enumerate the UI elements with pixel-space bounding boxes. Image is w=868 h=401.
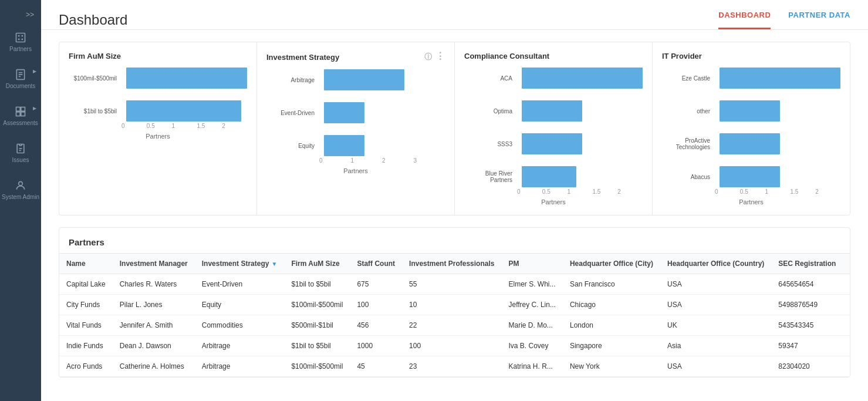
bar-track	[324, 135, 445, 156]
col-header-firm-aum-size: Firm AuM Size	[284, 254, 350, 274]
grid-icon	[15, 106, 26, 117]
table-wrapper: NameInvestment ManagerInvestment Strateg…	[59, 253, 850, 377]
col-header-pm: PM	[501, 254, 562, 274]
partners-section-title: Partners	[59, 228, 850, 253]
bar-fill	[522, 166, 576, 187]
header-tabs: DASHBOARD PARTNER DATA	[718, 11, 850, 29]
sidebar-item-assessments[interactable]: Assessments ▶	[0, 97, 41, 134]
cell-investment-professionals: 100	[402, 336, 501, 356]
bar-fill	[720, 68, 840, 89]
cell-sec-registration: 543543345	[771, 315, 843, 336]
chart-axis: 00.511.52	[464, 188, 643, 197]
bar-label: ACA	[464, 75, 517, 82]
more-icon[interactable]: ⋮	[435, 52, 445, 62]
axis-tick: 0	[517, 188, 542, 195]
bar-fill	[324, 69, 404, 90]
content-area: Firm AuM Size$100mil-$500mil$1bil to $5b…	[41, 30, 868, 401]
bar-label: Eze Castle	[662, 75, 715, 82]
axis-tick: 1	[172, 123, 197, 129]
chevron-right-icon-2: ▶	[33, 106, 36, 111]
bar-track	[720, 68, 840, 89]
bar-row: $1bil to $5bil	[121, 100, 247, 122]
col-header-sec-registration: SEC Registration	[771, 254, 843, 274]
partners-table: NameInvestment ManagerInvestment Strateg…	[59, 253, 850, 377]
bar-label: other	[662, 108, 715, 114]
sort-icon[interactable]: ▼	[271, 261, 277, 267]
cell-staff-count: 456	[350, 315, 402, 336]
sidebar-item-documents[interactable]: Documents ▶	[0, 60, 41, 97]
bar-track	[522, 68, 643, 89]
bar-fill	[126, 68, 247, 89]
sidebar-toggle[interactable]: >>	[21, 6, 39, 23]
bar-fill	[324, 135, 364, 156]
main-content: Dashboard DASHBOARD PARTNER DATA Firm Au…	[41, 0, 868, 401]
bar-label: Equity	[266, 143, 319, 149]
bar-fill	[720, 166, 780, 187]
bar-label: Abacus	[662, 174, 715, 180]
chart-xlabel: Partners	[69, 133, 247, 140]
col-header-uk-fca-license: UK FCA License	[843, 254, 850, 274]
table-row[interactable]: Capital LakeCharles R. WatersEvent-Drive…	[59, 274, 850, 295]
chart-xlabel: Partners	[266, 167, 445, 174]
bar-label: $100mil-$500mil	[69, 75, 121, 82]
bar-label: Blue River Partners	[464, 170, 517, 183]
bar-track	[720, 166, 840, 187]
cell-firm-aum-size: $1bil to $5bil	[284, 336, 350, 356]
sidebar-item-system-admin[interactable]: System Admin	[0, 171, 41, 208]
svg-rect-0	[16, 33, 25, 42]
axis-tick: 1.5	[790, 188, 815, 195]
tab-partner-data[interactable]: PARTNER DATA	[788, 11, 850, 29]
bar-row: SSS3	[517, 133, 643, 154]
col-header-investment-strategy[interactable]: Investment Strategy▼	[195, 254, 285, 274]
axis-tick: 2	[815, 188, 840, 195]
bar-row: Abacus	[715, 166, 840, 187]
bar-fill	[720, 133, 780, 154]
cell-investment-professionals: 10	[402, 295, 501, 315]
bar-fill	[522, 133, 582, 154]
cell-uk-fca-license: 6574563456	[843, 315, 850, 336]
cell-sec-registration: 59347	[771, 336, 843, 356]
cell-investment-manager: Jennifer A. Smith	[113, 315, 195, 336]
svg-rect-12	[21, 112, 25, 116]
info-icon[interactable]: ⓘ	[424, 52, 432, 62]
cell-uk-fca-license: 93847293487	[843, 336, 850, 356]
cell-pm: Iva B. Covey	[501, 336, 562, 356]
cell-name: Vital Funds	[59, 315, 113, 336]
cell-hq-city: Singapore	[563, 336, 660, 356]
svg-rect-10	[21, 107, 25, 112]
table-row[interactable]: Acro FundsCatherine A. HolmesArbitrage$1…	[59, 356, 850, 377]
cell-sec-registration: 82304020	[771, 356, 843, 377]
cell-firm-aum-size: $100mil-$500mil	[284, 295, 350, 315]
cell-investment-manager: Pilar L. Jones	[113, 295, 195, 315]
col-header-staff-count: Staff Count	[350, 254, 402, 274]
cell-sec-registration: 645654654	[771, 274, 843, 295]
table-row[interactable]: Vital FundsJennifer A. SmithCommodities$…	[59, 315, 850, 336]
axis-tick: 2	[382, 157, 414, 164]
svg-rect-3	[18, 39, 19, 41]
sidebar-label-partners: Partners	[9, 46, 32, 52]
tab-dashboard[interactable]: DASHBOARD	[718, 11, 771, 29]
axis-tick: 1.5	[592, 188, 617, 195]
table-row[interactable]: City FundsPilar L. JonesEquity$100mil-$5…	[59, 295, 850, 315]
sidebar-item-partners[interactable]: Partners	[0, 23, 41, 60]
sidebar-item-issues[interactable]: Issues	[0, 134, 41, 171]
bar-row: ACA	[517, 68, 643, 89]
header: Dashboard DASHBOARD PARTNER DATA	[41, 0, 868, 30]
axis-tick: 1	[765, 188, 791, 195]
cell-pm: Jeffrey C. Lin...	[501, 295, 562, 315]
chart-title-compliance-consultant: Compliance Consultant	[464, 52, 643, 60]
cell-investment-strategy: Arbitrage	[195, 356, 285, 377]
chart-panel-firm-aum-size: Firm AuM Size$100mil-$500mil$1bil to $5b…	[59, 42, 257, 215]
col-header-hq-city: Headquarter Office (City)	[563, 254, 660, 274]
cell-hq-city: Chicago	[563, 295, 660, 315]
cell-name: Indie Funds	[59, 336, 113, 356]
table-row[interactable]: Indie FundsDean J. DawsonArbitrage$1bil …	[59, 336, 850, 356]
chart-panel-it-provider: IT ProviderEze CastleotherProActive Tech…	[653, 42, 850, 215]
axis-tick: 2	[222, 123, 247, 129]
col-header-hq-country: Headquarter Office (Country)	[660, 254, 771, 274]
sidebar-label-documents: Documents	[6, 83, 36, 89]
cell-staff-count: 100	[350, 295, 402, 315]
bar-row: Event-Driven	[319, 102, 445, 123]
bar-track	[126, 100, 247, 122]
cell-uk-fca-license	[843, 356, 850, 377]
